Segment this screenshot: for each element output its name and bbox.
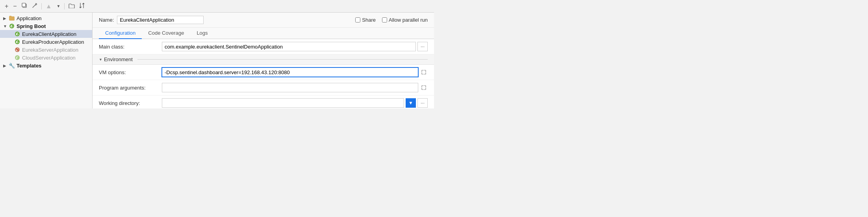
tab-code-coverage[interactable]: Code Coverage: [142, 28, 190, 39]
svg-rect-1: [22, 3, 26, 7]
main-class-dots-button[interactable]: ···: [417, 42, 428, 51]
svg-point-4: [15, 39, 20, 44]
tab-configuration[interactable]: Configuration: [99, 28, 142, 39]
remove-button[interactable]: −: [11, 2, 18, 10]
program-args-field: [162, 83, 428, 92]
program-args-input[interactable]: [162, 83, 418, 92]
program-args-label: Program arguments:: [99, 85, 162, 91]
share-checkbox[interactable]: [355, 17, 360, 22]
parallel-checkbox-label[interactable]: Allow parallel run: [382, 17, 428, 23]
folder-button[interactable]: [67, 2, 76, 10]
spring-cloud-icon: [14, 54, 20, 61]
arrow-templates: ▶: [3, 64, 9, 68]
program-args-row: Program arguments:: [93, 80, 434, 95]
wrench-button[interactable]: [30, 2, 39, 10]
configuration-content: Main class: ··· ▼ Environment VM options…: [93, 39, 434, 108]
move-down-button[interactable]: ▼: [55, 4, 62, 9]
separator: [41, 3, 42, 9]
sidebar-item-eureka-server[interactable]: EurekaServerApplication: [0, 46, 92, 54]
environment-arrow-icon: ▼: [99, 58, 102, 62]
parallel-checkbox[interactable]: [382, 17, 387, 22]
sidebar-item-application[interactable]: ▶ Application: [0, 14, 92, 22]
spring-client-icon: [14, 31, 20, 37]
spring-producer-icon: [14, 39, 20, 45]
vm-options-label: VM options:: [99, 69, 162, 75]
sidebar-item-cloud-server-label: CloudServerApplication: [22, 55, 76, 61]
sidebar-item-spring-boot[interactable]: ▼ Spring Boot: [0, 22, 92, 30]
working-dir-field: ▼ ···: [162, 98, 428, 108]
main-layout: ▶ Application ▼ Spring Boot EurekaClient…: [0, 13, 434, 108]
spring-boot-icon: [9, 23, 15, 29]
svg-point-7: [15, 55, 20, 60]
working-dir-row: Working directory: ▼ ···: [93, 95, 434, 108]
working-dir-input[interactable]: [162, 98, 404, 108]
parallel-label: Allow parallel run: [389, 17, 428, 23]
share-checkbox-label[interactable]: Share: [355, 17, 376, 23]
add-button[interactable]: +: [3, 2, 10, 10]
svg-point-2: [9, 24, 14, 28]
main-class-field: ···: [162, 42, 428, 51]
arrow-spring-boot: ▼: [3, 24, 9, 28]
sort-button[interactable]: [78, 2, 86, 10]
name-row: Name: Share Allow parallel run: [93, 13, 434, 28]
name-label: Name:: [99, 17, 114, 23]
environment-section-header[interactable]: ▼ Environment: [93, 54, 434, 65]
sidebar-item-eureka-producer[interactable]: EurekaProducerApplication: [0, 38, 92, 46]
tabs-bar: Configuration Code Coverage Logs: [93, 28, 434, 39]
sidebar-item-eureka-client[interactable]: EurekaClientApplication: [0, 30, 92, 38]
sidebar-item-application-label: Application: [17, 15, 42, 21]
copy-button[interactable]: [20, 2, 29, 10]
tab-logs[interactable]: Logs: [190, 28, 214, 39]
sidebar-item-spring-boot-label: Spring Boot: [17, 23, 46, 29]
vm-options-input[interactable]: [162, 67, 418, 77]
main-class-label: Main class:: [99, 44, 162, 50]
top-right-options: Share Allow parallel run: [355, 17, 428, 23]
svg-point-3: [15, 32, 20, 36]
move-up-button[interactable]: ▲: [44, 2, 54, 10]
vm-options-row: VM options:: [93, 65, 434, 80]
program-args-expand-button[interactable]: [420, 84, 428, 92]
spring-server-icon: [14, 47, 20, 53]
sidebar-item-eureka-server-label: EurekaServerApplication: [22, 47, 78, 53]
environment-section-label: Environment: [104, 56, 133, 62]
sidebar-item-cloud-server[interactable]: CloudServerApplication: [0, 54, 92, 62]
folder-icon: [9, 15, 15, 21]
main-class-row: Main class: ···: [93, 39, 434, 54]
right-panel: Name: Share Allow parallel run Configura…: [93, 13, 434, 108]
sidebar-item-eureka-client-label: EurekaClientApplication: [22, 31, 76, 37]
name-input[interactable]: [117, 16, 204, 24]
working-dir-arrow-button[interactable]: ▼: [406, 98, 416, 108]
wrench-icon: 🔧: [9, 62, 15, 69]
main-class-input[interactable]: [162, 42, 416, 51]
working-dir-dots-button[interactable]: ···: [417, 98, 428, 108]
separator2: [64, 3, 65, 9]
vm-options-field: [162, 67, 428, 77]
share-label: Share: [362, 17, 376, 23]
sidebar: ▶ Application ▼ Spring Boot EurekaClient…: [0, 13, 93, 108]
sidebar-item-eureka-producer-label: EurekaProducerApplication: [22, 39, 84, 45]
toolbar: + − ▲ ▼: [0, 0, 434, 13]
sidebar-item-templates[interactable]: ▶ 🔧 Templates: [0, 62, 92, 69]
arrow-application: ▶: [3, 16, 9, 21]
working-dir-label: Working directory:: [99, 100, 162, 106]
sidebar-item-templates-label: Templates: [17, 63, 41, 69]
vm-options-expand-button[interactable]: [420, 68, 428, 76]
